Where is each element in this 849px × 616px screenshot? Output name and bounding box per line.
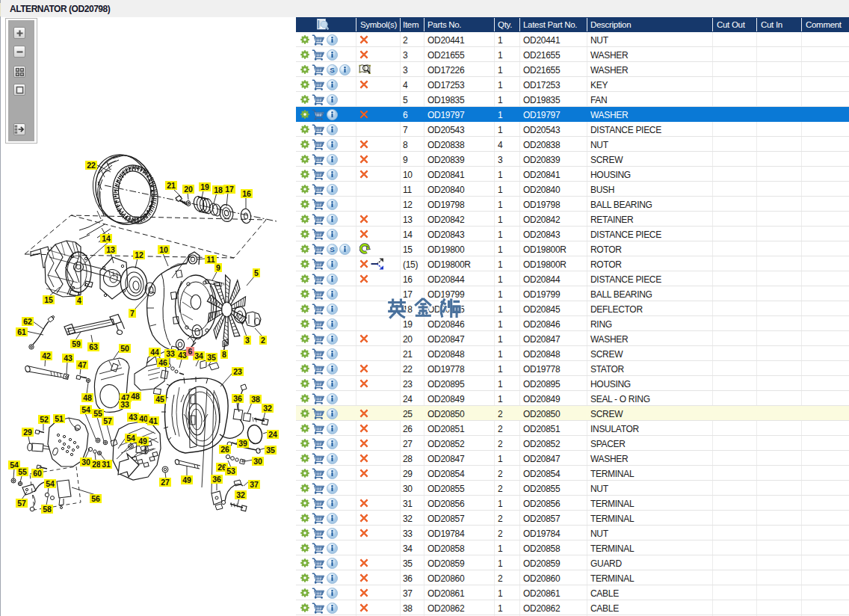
svg-text:13: 13 (106, 245, 115, 254)
svg-text:27: 27 (161, 478, 170, 487)
svg-text:52: 52 (40, 415, 49, 424)
svg-text:7: 7 (130, 309, 135, 318)
svg-text:16: 16 (242, 189, 251, 198)
svg-text:22: 22 (87, 161, 96, 170)
svg-text:14: 14 (102, 234, 111, 243)
svg-text:46: 46 (158, 358, 167, 367)
svg-text:21: 21 (167, 181, 176, 190)
svg-text:15: 15 (44, 295, 53, 304)
svg-text:S: S (330, 245, 335, 253)
svg-text:35: 35 (207, 353, 216, 362)
svg-text:18: 18 (214, 185, 223, 194)
svg-text:53: 53 (226, 466, 235, 475)
svg-text:47: 47 (78, 360, 87, 369)
svg-text:41: 41 (149, 416, 158, 425)
svg-text:61: 61 (17, 327, 26, 336)
svg-text:24: 24 (268, 430, 277, 439)
svg-text:43: 43 (178, 351, 187, 360)
svg-text:31: 31 (102, 460, 111, 469)
svg-text:36: 36 (233, 394, 242, 403)
svg-text:50: 50 (120, 344, 129, 353)
svg-text:59: 59 (72, 339, 81, 348)
svg-text:12: 12 (135, 250, 143, 259)
svg-text:26: 26 (220, 445, 229, 454)
svg-text:28: 28 (92, 460, 101, 469)
svg-text:54: 54 (81, 405, 90, 414)
svg-text:S: S (330, 66, 335, 74)
svg-text:45: 45 (155, 395, 164, 404)
svg-text:39: 39 (238, 439, 247, 448)
svg-text:33: 33 (120, 400, 129, 409)
svg-text:5: 5 (254, 268, 259, 277)
svg-text:8: 8 (222, 350, 226, 359)
svg-text:34: 34 (194, 351, 203, 360)
svg-text:62: 62 (23, 317, 32, 326)
svg-text:55: 55 (93, 409, 102, 418)
svg-text:38: 38 (251, 395, 260, 404)
svg-text:19: 19 (200, 182, 209, 191)
svg-text:57: 57 (103, 416, 112, 425)
svg-text:56: 56 (91, 494, 100, 503)
svg-text:37: 37 (250, 480, 259, 489)
svg-text:43: 43 (129, 413, 138, 422)
svg-text:44: 44 (150, 348, 159, 357)
svg-text:55: 55 (18, 467, 27, 476)
svg-text:32: 32 (236, 490, 245, 499)
svg-text:2: 2 (261, 336, 265, 345)
svg-text:11: 11 (206, 255, 214, 264)
svg-text:33: 33 (166, 349, 175, 358)
svg-text:54: 54 (46, 479, 55, 488)
svg-text:42: 42 (42, 351, 51, 360)
svg-text:17: 17 (225, 185, 234, 194)
svg-text:40: 40 (139, 414, 148, 423)
svg-text:30: 30 (253, 457, 262, 466)
svg-text:29: 29 (23, 428, 32, 437)
svg-text:43: 43 (64, 354, 72, 363)
svg-text:48: 48 (131, 392, 140, 401)
svg-text:10: 10 (159, 245, 168, 254)
svg-text:23: 23 (233, 367, 242, 376)
svg-text:30: 30 (81, 458, 90, 466)
svg-text:51: 51 (55, 414, 64, 423)
svg-text:60: 60 (33, 469, 42, 478)
svg-text:6: 6 (188, 347, 193, 356)
svg-text:4: 4 (77, 296, 81, 305)
svg-text:49: 49 (138, 437, 147, 446)
svg-text:35: 35 (266, 446, 275, 455)
svg-text:3: 3 (245, 336, 250, 345)
svg-text:32: 32 (263, 404, 272, 413)
svg-text:36: 36 (212, 475, 221, 484)
svg-text:20: 20 (184, 185, 193, 194)
svg-text:48: 48 (83, 393, 92, 402)
svg-text:63: 63 (89, 342, 98, 351)
svg-text:49: 49 (182, 475, 191, 484)
svg-text:58: 58 (43, 505, 52, 514)
svg-text:9: 9 (216, 263, 220, 272)
svg-text:54: 54 (126, 434, 135, 443)
svg-text:57: 57 (17, 499, 26, 508)
